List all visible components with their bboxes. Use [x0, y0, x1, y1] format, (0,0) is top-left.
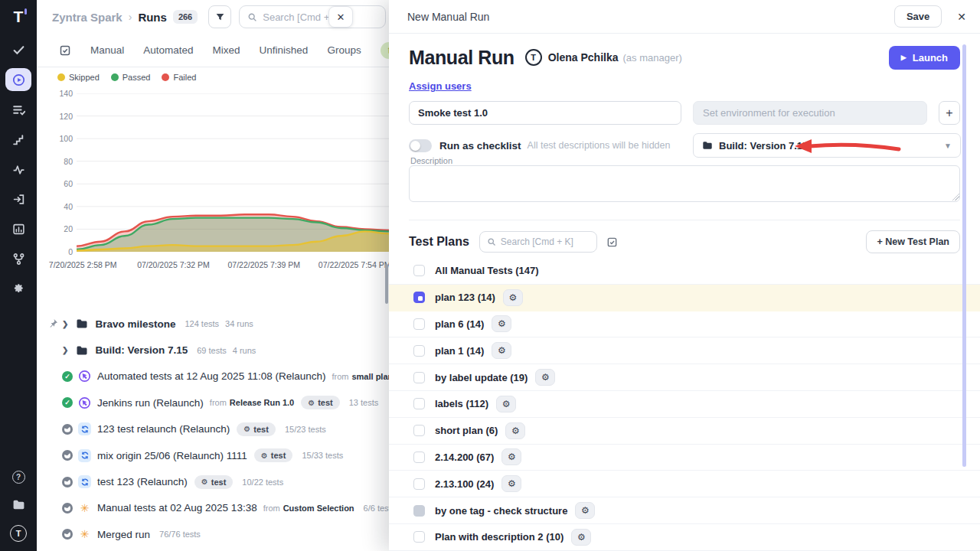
breadcrumb-project[interactable]: Zyntra Spark: [52, 11, 122, 24]
test-plan-checkbox[interactable]: [413, 531, 425, 543]
run-from-value: small plan: [351, 372, 392, 381]
test-plan-settings-button[interactable]: ⚙: [535, 369, 555, 386]
test-plan-row[interactable]: plan 1 (14)⚙: [389, 337, 980, 364]
chevron-right-icon[interactable]: ❯: [62, 320, 68, 328]
help-icon[interactable]: ?: [12, 471, 25, 484]
bulk-select-icon[interactable]: [606, 236, 618, 248]
run-name-input[interactable]: [409, 101, 681, 125]
page-scrollbar[interactable]: [385, 264, 388, 304]
folder-row[interactable]: ❯Build: Version 7.1569 tests4 runs: [37, 337, 392, 363]
tab-manual[interactable]: Manual: [90, 44, 124, 56]
bar-chart-icon[interactable]: [5, 217, 31, 240]
tab-mixed[interactable]: Mixed: [213, 44, 240, 56]
test-tag-badge[interactable]: ⚙test: [237, 422, 276, 436]
steps-icon[interactable]: [5, 128, 31, 151]
folder-row[interactable]: ❯Bravo milestone124 tests34 runs: [37, 311, 392, 337]
close-search-button[interactable]: ✕: [328, 6, 353, 28]
test-plan-row[interactable]: by label update (19)⚙: [389, 364, 980, 391]
test-plans-search[interactable]: [479, 231, 597, 253]
test-plan-row[interactable]: All Manual Tests (147): [389, 258, 980, 285]
x-tick-label: 7/20/2025 2:58 PM: [49, 260, 117, 269]
assign-users-link[interactable]: Assign users: [409, 80, 472, 92]
launch-button[interactable]: ▶ Launch: [889, 46, 960, 70]
filter-button[interactable]: [208, 5, 231, 28]
test-tag-badge[interactable]: ⚙test: [301, 396, 340, 409]
app-logo[interactable]: T: [14, 8, 24, 26]
description-textarea[interactable]: [409, 165, 960, 202]
run-as-checklist-toggle[interactable]: [409, 139, 432, 152]
status-passed-icon: [62, 371, 73, 382]
branch-icon[interactable]: [5, 247, 31, 270]
import-icon[interactable]: [5, 187, 31, 210]
new-test-plan-button[interactable]: + New Test Plan: [866, 230, 960, 253]
gear-icon: ⚙: [243, 425, 250, 433]
test-plan-settings-button[interactable]: ⚙: [492, 342, 511, 359]
test-plan-row[interactable]: by one tag - check structure⚙: [389, 497, 980, 524]
test-plan-checkbox[interactable]: [413, 318, 425, 330]
test-plan-row[interactable]: Plan with description 2 (10)⚙: [389, 524, 980, 551]
test-plan-checkbox[interactable]: [413, 345, 425, 357]
run-from-value: Release Run 1.0: [230, 398, 294, 407]
test-plan-row[interactable]: 2.13.100 (24)⚙: [389, 471, 980, 497]
test-plan-checkbox[interactable]: [413, 372, 425, 383]
test-plan-settings-button[interactable]: ⚙: [492, 315, 511, 332]
test-plan-checkbox[interactable]: [413, 398, 425, 409]
test-plan-settings-button[interactable]: ⚙: [501, 475, 521, 492]
test-plan-row[interactable]: labels (112)⚙: [389, 391, 980, 418]
test-plan-checkbox[interactable]: [413, 292, 425, 303]
breadcrumb-separator: ›: [129, 11, 132, 23]
test-plan-settings-button[interactable]: ⚙: [496, 396, 516, 412]
close-icon[interactable]: ✕: [957, 11, 966, 23]
tab-unfinished[interactable]: Unfinished: [260, 44, 309, 56]
bulk-select-icon[interactable]: [59, 44, 71, 57]
logo-roundel-icon[interactable]: T: [10, 525, 27, 542]
test-plans-search-input[interactable]: [501, 236, 590, 247]
test-plan-settings-button[interactable]: ⚙: [505, 422, 525, 439]
check-icon[interactable]: [5, 38, 31, 61]
save-button[interactable]: Save: [894, 5, 942, 28]
chevron-right-icon[interactable]: ❯: [62, 346, 68, 354]
test-plan-label: All Manual Tests (147): [435, 265, 539, 276]
run-row[interactable]: test 123 (Relaunch)⚙test10/22 tests: [37, 468, 392, 494]
run-row[interactable]: Jenkins run (Relaunch)fromRelease Run 1.…: [37, 390, 392, 416]
panel-scrollbar[interactable]: [962, 44, 966, 467]
list-check-icon[interactable]: [5, 98, 31, 121]
breadcrumb-section[interactable]: Runs: [138, 11, 167, 24]
run-row[interactable]: 123 test relaunch (Relaunch)⚙test15/23 t…: [37, 416, 392, 442]
resize-grip-icon[interactable]: [952, 194, 959, 201]
test-plan-checkbox[interactable]: [413, 265, 425, 276]
test-plan-checkbox[interactable]: [413, 452, 425, 463]
tab-automated[interactable]: Automated: [143, 44, 193, 56]
folder-runs-count: 34 runs: [225, 319, 253, 328]
build-folder-select[interactable]: Build: Version 7.15 ▼: [693, 133, 961, 158]
test-tag-badge[interactable]: ⚙test: [194, 475, 234, 489]
folder-icon[interactable]: [5, 493, 31, 516]
test-plan-settings-button[interactable]: ⚙: [501, 448, 521, 465]
pulse-icon[interactable]: [5, 158, 31, 181]
run-row[interactable]: ✳Merged run76/76 tests: [37, 521, 392, 547]
test-plan-label: labels (112): [435, 398, 488, 409]
run-row[interactable]: Automated tests at 12 Aug 2025 11:08 (Re…: [37, 364, 392, 390]
test-plan-checkbox: [413, 505, 425, 517]
test-plan-row[interactable]: plan 6 (14)⚙: [389, 311, 980, 338]
tab-groups[interactable]: Groups: [327, 44, 361, 56]
test-plan-settings-button[interactable]: ⚙: [571, 529, 591, 546]
test-plan-checkbox[interactable]: [413, 425, 425, 436]
test-plan-row[interactable]: 2.14.200 (67)⚙: [389, 445, 980, 471]
test-plan-settings-button[interactable]: ⚙: [503, 289, 523, 306]
test-plan-row[interactable]: plan 123 (14)⚙: [389, 285, 980, 311]
gear-icon[interactable]: [5, 277, 31, 300]
test-plan-settings-button[interactable]: ⚙: [575, 502, 595, 519]
folder-icon: [76, 344, 88, 357]
global-search-input[interactable]: [263, 11, 377, 23]
global-search[interactable]: [239, 5, 386, 28]
test-plan-row[interactable]: short plan (6)⚙: [389, 418, 980, 445]
play-circle-icon[interactable]: [5, 68, 31, 91]
test-plan-checkbox[interactable]: [413, 478, 425, 490]
test-tag-badge[interactable]: ⚙test: [254, 448, 293, 462]
run-row[interactable]: mix origin 25/06 (Relaunch) 1111⚙test15/…: [37, 442, 392, 468]
test-tag-label: test: [253, 425, 269, 434]
add-environment-button[interactable]: +: [939, 101, 960, 125]
environment-input[interactable]: [693, 101, 927, 125]
run-row[interactable]: ✳Manual tests at 02 Aug 2025 13:38fromCu…: [37, 495, 392, 521]
